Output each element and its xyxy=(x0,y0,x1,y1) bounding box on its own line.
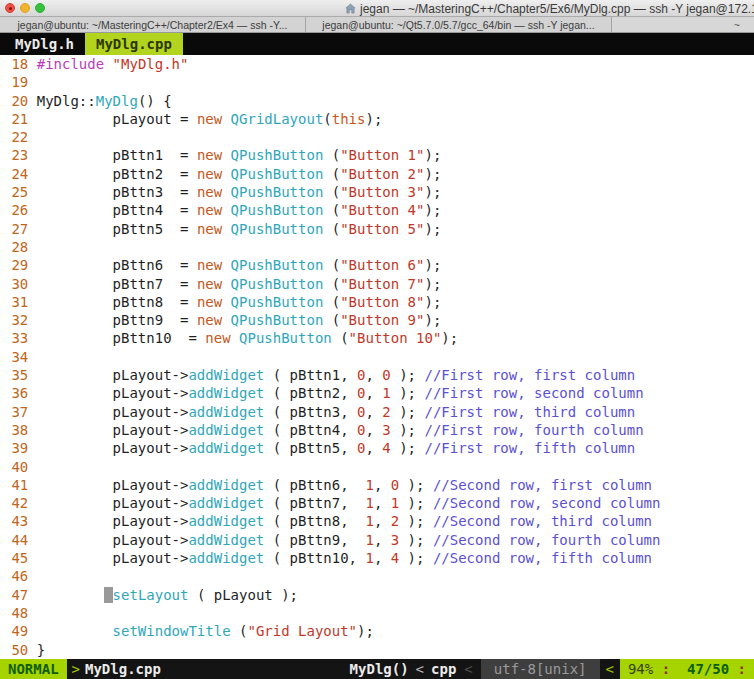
code-line[interactable]: 21 pLayout = new QGridLayout(this); xyxy=(3,110,754,128)
code-line[interactable]: 48 xyxy=(3,604,754,622)
statusline-colon: : xyxy=(738,659,746,679)
code-token: new xyxy=(197,202,222,218)
code-token: addWidget xyxy=(188,513,264,529)
code-token: pBttn6 = xyxy=(37,257,197,273)
code-line[interactable]: 27 pBttn5 = new QPushButton ("Button 5")… xyxy=(3,220,754,238)
code-token: 2 xyxy=(382,404,390,420)
code-token: this xyxy=(332,111,366,127)
code-token: MyDlg xyxy=(96,93,138,109)
code-line[interactable]: 23 pBttn1 = new QPushButton ("Button 1")… xyxy=(3,146,754,164)
code-token: ); xyxy=(424,166,441,182)
statusline-separator-left-icon: < xyxy=(409,659,431,679)
code-token: ); xyxy=(391,422,425,438)
code-token: //Second row, fourth column xyxy=(433,532,661,548)
code-token: ); xyxy=(424,276,441,292)
traffic-lights xyxy=(5,3,45,13)
line-number: 23 xyxy=(3,147,37,163)
code-line[interactable]: 40 xyxy=(3,458,754,476)
code-token: QPushButton xyxy=(239,330,332,346)
code-area[interactable]: 18 #include "MyDlg.h" 19 20 MyDlg::MyDlg… xyxy=(0,55,754,659)
code-line[interactable]: 49 setWindowTitle ("Grid Layout"); xyxy=(3,622,754,640)
code-token: 0 xyxy=(382,367,390,383)
code-token: pBttn1 = xyxy=(37,147,197,163)
code-token xyxy=(222,202,230,218)
code-token: ); xyxy=(399,477,433,493)
line-number: 34 xyxy=(3,349,37,365)
code-token: ( pBttn10, xyxy=(264,550,365,566)
code-token: "Button 7" xyxy=(340,276,424,292)
code-token: , xyxy=(374,532,391,548)
close-button[interactable] xyxy=(5,3,15,13)
code-line[interactable]: 25 pBttn3 = new QPushButton ("Button 3")… xyxy=(3,183,754,201)
code-token: 1 xyxy=(382,385,390,401)
code-line[interactable]: 29 pBttn6 = new QPushButton ("Button 6")… xyxy=(3,256,754,274)
code-line[interactable]: 37 pLayout->addWidget ( pBttn3, 0, 2 ); … xyxy=(3,403,754,421)
code-token: ); xyxy=(424,184,441,200)
code-line[interactable]: 41 pLayout->addWidget ( pBttn6, 1, 0 ); … xyxy=(3,476,754,494)
code-token: new xyxy=(197,166,222,182)
code-line[interactable]: 19 xyxy=(3,73,754,91)
code-token: pBttn4 = xyxy=(37,202,197,218)
code-token: 4 xyxy=(391,550,399,566)
code-token: ( pBttn2, xyxy=(264,385,357,401)
code-line[interactable]: 47 setLayout ( pLayout ); xyxy=(3,586,754,604)
vim-tab-mydlg-cpp[interactable]: MyDlg.cpp xyxy=(85,33,183,55)
statusline-separator-green-icon: < xyxy=(600,659,620,679)
code-token: QPushButton xyxy=(231,202,324,218)
code-line[interactable]: 32 pBttn9 = new QPushButton ("Button 9")… xyxy=(3,311,754,329)
code-line[interactable]: 30 pBttn7 = new QPushButton ("Button 7")… xyxy=(3,275,754,293)
code-line[interactable]: 35 pLayout->addWidget ( pBttn1, 0, 0 ); … xyxy=(3,366,754,384)
code-token: ( pBttn3, xyxy=(264,404,357,420)
terminal-tab-home[interactable]: ~ xyxy=(612,17,754,32)
statusline-position-group: 94% : 47/50 : xyxy=(620,659,754,679)
code-token xyxy=(222,184,230,200)
code-token: ); xyxy=(424,257,441,273)
code-line[interactable]: 44 pLayout->addWidget ( pBttn9, 1, 3 ); … xyxy=(3,531,754,549)
statusline-filetype: cpp xyxy=(431,659,456,679)
code-token: QPushButton xyxy=(231,276,324,292)
code-line[interactable]: 20 MyDlg::MyDlg() { xyxy=(3,92,754,110)
code-line[interactable]: 36 pLayout->addWidget ( pBttn2, 0, 1 ); … xyxy=(3,384,754,402)
code-line[interactable]: 28 xyxy=(3,238,754,256)
line-number: 27 xyxy=(3,221,37,237)
statusline-percent: 94% xyxy=(628,659,653,679)
code-token: ); xyxy=(391,385,425,401)
code-line[interactable]: 46 xyxy=(3,567,754,585)
code-line[interactable]: 31 pBttn8 = new QPushButton ("Button 8")… xyxy=(3,293,754,311)
code-token: ); xyxy=(391,440,425,456)
code-line[interactable]: 33 pBttn10 = new QPushButton ("Button 10… xyxy=(3,329,754,347)
code-line[interactable]: 45 pLayout->addWidget ( pBttn10, 1, 4 );… xyxy=(3,549,754,567)
code-line[interactable]: 24 pBttn2 = new QPushButton ("Button 2")… xyxy=(3,165,754,183)
code-token: ); xyxy=(391,404,425,420)
vim-tab-mydlg-h[interactable]: MyDlg.h xyxy=(4,33,85,55)
terminal-tab-chapter2[interactable]: jegan@ubuntu: ~/MasteringC++/Chapter2/Ex… xyxy=(0,17,306,32)
code-token: addWidget xyxy=(188,385,264,401)
code-token: "Button 1" xyxy=(340,147,424,163)
code-line[interactable]: 26 pBttn4 = new QPushButton ("Button 4")… xyxy=(3,201,754,219)
code-line[interactable]: 18 #include "MyDlg.h" xyxy=(3,55,754,73)
code-token: ); xyxy=(399,532,433,548)
line-number: 50 xyxy=(3,642,37,658)
code-token: ( pLayout ); xyxy=(188,587,298,603)
zoom-button[interactable] xyxy=(35,3,45,13)
line-number: 21 xyxy=(3,111,37,127)
terminal-window: jegan — ~/MasteringC++/Chapter5/Ex6/MyDl… xyxy=(0,0,754,679)
code-token: "MyDlg.h" xyxy=(113,56,189,72)
code-token xyxy=(222,221,230,237)
code-line[interactable]: 50 } xyxy=(3,641,754,659)
code-token: 1 xyxy=(365,550,373,566)
code-token: ); xyxy=(424,202,441,218)
code-line[interactable]: 38 pLayout->addWidget ( pBttn4, 0, 3 ); … xyxy=(3,421,754,439)
code-line[interactable]: 34 xyxy=(3,348,754,366)
code-token: pLayout-> xyxy=(37,440,189,456)
code-token: "Button 10" xyxy=(349,330,442,346)
code-line[interactable]: 39 pLayout->addWidget ( pBttn5, 0, 4 ); … xyxy=(3,439,754,457)
line-number: 18 xyxy=(3,56,37,72)
code-line[interactable]: 22 xyxy=(3,128,754,146)
code-line[interactable]: 43 pLayout->addWidget ( pBttn8, 1, 2 ); … xyxy=(3,512,754,530)
terminal-tab-qt-bin[interactable]: jegan@ubuntu: ~/Qt5.7.0/5.7/gcc_64/bin —… xyxy=(306,17,612,32)
code-line[interactable]: 42 pLayout->addWidget ( pBttn7, 1, 1 ); … xyxy=(3,494,754,512)
code-token: //Second row, second column xyxy=(433,495,661,511)
minimize-button[interactable] xyxy=(20,3,30,13)
code-token: addWidget xyxy=(188,495,264,511)
